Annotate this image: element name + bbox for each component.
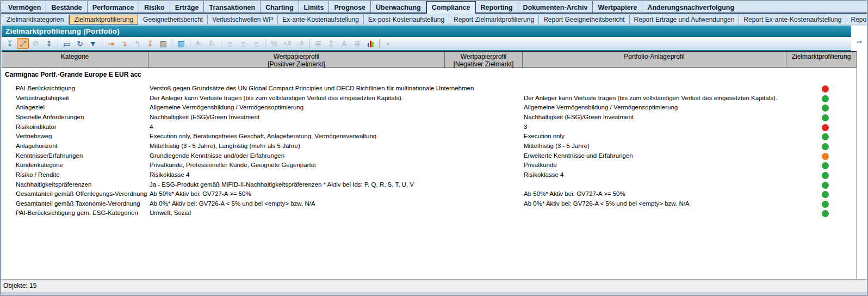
status-dot-orange [822,153,829,160]
menu-item-nderungsnachverfolgung[interactable]: Änderungsnachverfolgung [642,1,739,13]
toolbar-separator [221,39,221,48]
panel-title-bar: Zielmarktprofilierung (Portfolio) [2,26,851,37]
column-header-portfolio-anlageprofil[interactable]: Portfolio-Anlageprofil [523,52,786,67]
portfolio-profile-cell: Ab 0%* Aktiv bei: GV726-A < 5% und bei <… [524,200,690,207]
table-row[interactable]: Risikoindikator43 [2,124,856,133]
tab-verlustschwellen-wp[interactable]: Verlustschwellen WP [208,15,278,24]
menu-item-performance[interactable]: Performance [88,1,139,13]
status-dot-red [822,124,829,131]
tab-report-geeignetheitsbericht[interactable]: Report Geeignetheitsbericht [539,15,629,24]
remove-column-icon: ↰ [131,38,143,49]
status-dot-green [822,191,829,198]
category-cell: Kundenkategorie [16,162,63,168]
application-window: VermögenBeständePerformanceRisikoErträge… [0,0,868,296]
status-dot-green [822,182,829,189]
positive-target-market-cell: Ab 50%* Aktiv bei: GV727-A >= 50% [150,190,251,197]
tab-geeignetheitsbericht[interactable]: Geeignetheitsbericht [139,15,208,24]
positive-target-market-cell: Umwelt, Sozial [150,209,191,216]
portfolio-profile-cell: 3 [524,124,527,130]
category-cell: Vertriebsweg [16,133,52,139]
menu-item-risiko[interactable]: Risiko [139,1,170,13]
new-window-icon[interactable]: ▭ [61,38,73,49]
column-header-wertpapierprofil-negativer-zielmarkt[interactable]: Wertpapierprofil[Negativer Zielmarkt] [445,52,523,67]
status-dot-green [822,114,829,121]
table-header: KategorieWertpapierprofil[Positiver Ziel… [2,51,857,68]
status-dot-green [822,133,829,140]
positive-target-market-cell: Der Anleger kann Verluste tragen (bis zu… [150,95,403,101]
menu-item-wertpapiere[interactable]: Wertpapiere [593,1,642,13]
table-row[interactable]: KundenkategoriePrivatkunde, Professionel… [2,162,856,171]
menu-item-compliance[interactable]: Compliance [426,1,476,14]
table-row[interactable]: Spezielle AnforderungenNachhaltigkeit (E… [2,114,856,123]
table-row[interactable]: VerlusttragfähigkeitDer Anleger kann Ver… [2,95,856,104]
portfolio-profile-cell: Ab 50%* Aktiv bei: GV727-A >= 50% [524,190,625,197]
refresh-icon[interactable]: ↻ [74,38,86,49]
insert-column-before-icon[interactable]: ⇥ [105,38,117,49]
table-row[interactable]: NachhaltigkeitspräferenzenJa - ESG-Produ… [2,181,856,190]
positive-target-market-cell: Ja - ESG-Produkt gemäß MiFID-II-Nachhalt… [150,181,414,188]
table-row[interactable]: PAI-Berücksichtigung gem. ESG-Kategorien… [2,209,856,219]
sub-tab-bar: ZielmarktkategorienZielmarktprofilierung… [1,15,867,25]
status-dot-green [822,104,829,112]
table-row[interactable]: Kenntnisse/ErfahrungenGrundlegende Kennt… [2,152,856,162]
table-row[interactable]: PAI-BerücksichtigungVerstoß gegen Grunds… [2,85,856,94]
category-cell: Gesamtanteil gemäß Taxonomie-Verordnung [16,200,140,207]
status-dot-red [822,85,829,92]
align-right-icon: ≡ [250,38,262,49]
category-cell: PAI-Berücksichtigung gem. ESG-Kategorien [16,209,138,216]
toolbar-overflow-button[interactable]: ≡▾ [855,40,863,48]
insert-chart-column-icon[interactable]: ▥ [157,38,169,49]
tab-ex-post-kostenaufstellung[interactable]: Ex-post-Kostenaufstellung [364,15,449,24]
tab-report-ex-post-kostenaufstellung[interactable]: Report Ex-post-Kostenaufstellung [846,15,868,24]
menu-item-reporting[interactable]: Reporting [476,1,518,13]
sort-descending-icon: Z↓ [206,38,218,49]
menu-item-berwachung[interactable]: Überwachung [371,1,426,13]
portfolio-profile-cell: Privatkunde [524,162,557,168]
tab-zielmarktprofilierung[interactable]: Zielmarktprofilierung [69,15,138,24]
column-chooser-icon[interactable]: ▥ [175,38,187,49]
fit-height-icon[interactable]: ⇕ [43,38,55,49]
value-settings-icon: ≣ [312,38,324,49]
copy-view-icon: ⧉ [30,38,42,49]
table-row[interactable]: AnlagezielAllgemeine Vermögensbildung / … [2,104,856,113]
menu-item-limits[interactable]: Limits [299,1,330,13]
column-header-kategorie[interactable]: Kategorie [2,52,148,67]
percent-format-icon: % [268,38,280,49]
menu-item-verm-gen[interactable]: Vermögen [3,1,46,13]
column-total-icon[interactable]: ↧ [144,38,156,49]
menu-item-charting[interactable]: Charting [261,1,299,13]
object-count-label: Objekte: 15 [3,282,36,289]
positive-target-market-cell: Risikoklasse 4 [150,171,190,178]
menu-item-prognose[interactable]: Prognose [329,1,371,13]
tab-zielmarktkategorien[interactable]: Zielmarktkategorien [2,15,69,24]
column-header-zielmarktprofilierung[interactable]: Zielmarktprofilierung [786,52,857,67]
positive-target-market-cell: Nachhaltigkeit (ESG)/Green Investment [150,114,259,120]
tab-report-ertr-ge-und-aufwendungen[interactable]: Report Erträge und Aufwendungen [630,15,740,24]
tab-report-ex-ante-kostenaufstellung[interactable]: Report Ex-ante-Kostenaufstellung [739,15,846,24]
menu-item-ertr-ge[interactable]: Erträge [170,1,204,13]
table-row[interactable]: Risiko / RenditeRisikoklasse 4Risikoklas… [2,171,856,181]
menu-item-transaktionen[interactable]: Transaktionen [204,1,261,13]
export-layout-icon[interactable]: ↧ [4,38,16,49]
portfolio-profile-cell: Risikoklasse 4 [524,171,564,178]
status-dot-green [822,95,829,102]
column-header-wertpapierprofil-positiver-zielmarkt[interactable]: Wertpapierprofil[Positiver Zielmarkt] [148,52,445,67]
table-row[interactable]: Gesamtanteil gemäß Offenlegungs-Verordnu… [2,190,856,200]
portfolio-profile-cell: Mittelfristig (3 - 5 Jahre) [524,143,590,149]
chart-icon[interactable] [364,38,376,49]
sum-icon: Σ [325,38,337,49]
toolbar: ↧⤢⧉⇕▭↻▼⇥↴↰↧▥▥A↓Z↓≡≡≡%+.0-.0≣ΣA≣▪ [2,37,851,51]
menu-item-dokumenten-archiv[interactable]: Dokumenten-Archiv [518,1,593,13]
table-row[interactable]: Gesamtanteil gemäß Taxonomie-VerordnungA… [2,200,856,209]
stop-icon: ▪ [382,38,394,49]
filter-icon[interactable]: ▼ [87,38,99,49]
fit-width-icon[interactable]: ⤢ [17,38,29,49]
insert-column-after-icon[interactable]: ↴ [118,38,130,49]
table-row[interactable]: VertriebswegExecution only, Beratungsfre… [2,133,856,142]
menu-item-best-nde[interactable]: Bestände [46,1,87,13]
tab-ex-ante-kostenaufstellung[interactable]: Ex-ante-Kostenaufstellung [278,15,364,24]
category-cell: Risiko / Rendite [16,171,60,178]
category-cell: Anlagehorizont [16,143,58,149]
table-row[interactable]: AnlagehorizontMittelfristig (3 - 5 Jahre… [2,143,856,152]
tab-report-zielmarktprofilierung[interactable]: Report Zielmarktprofilierung [449,15,539,24]
